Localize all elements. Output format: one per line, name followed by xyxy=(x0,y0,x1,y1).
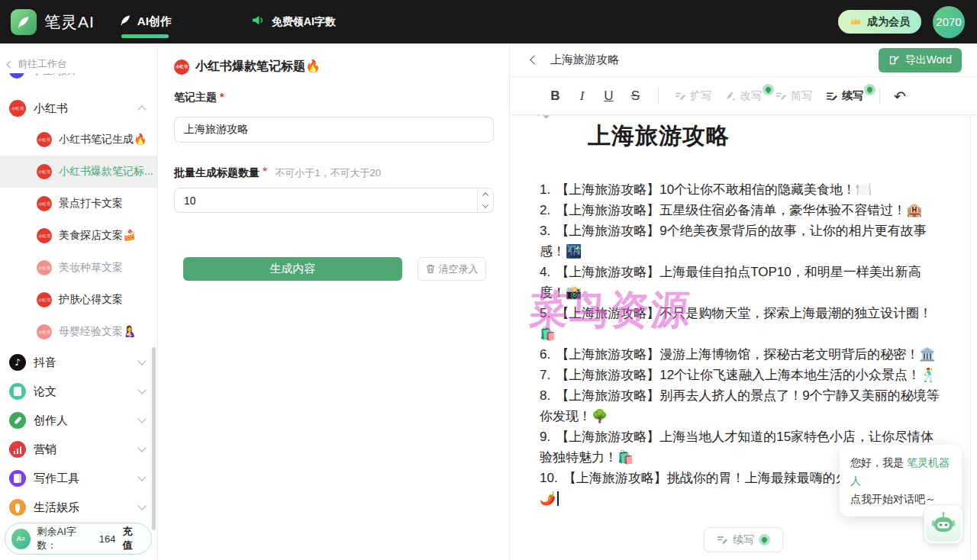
recharge-button[interactable]: 充值 xyxy=(122,525,140,552)
bold-button[interactable]: B xyxy=(542,89,569,104)
underline-button[interactable]: U xyxy=(595,89,622,104)
list-item: 6.【上海旅游攻略】漫游上海博物馆，探秘古老文明背后的秘密！🏛️ xyxy=(540,344,942,365)
xiaohongshu-icon: 小红书 xyxy=(37,324,52,340)
sidebar-item-beauty[interactable]: 小红书 美妆种草文案 xyxy=(0,252,157,284)
sidebar: 前往工作台 学生/教师 小红书 小红书 小红书 小红书笔记生成🔥 小红书 小红书… xyxy=(0,43,158,560)
spinner-up-icon[interactable] xyxy=(478,188,493,201)
topic-input[interactable] xyxy=(174,117,494,143)
ai-continue-button[interactable]: 续写 xyxy=(819,89,870,103)
pen-icon xyxy=(675,90,686,101)
top-navbar: 笔灵AI AI创作 免费领AI字数 成为会员 2070 xyxy=(0,0,977,43)
document-icon xyxy=(9,383,26,400)
trash-icon xyxy=(426,264,435,274)
hand-badge-icon xyxy=(759,534,770,546)
ai-simplify-button[interactable]: 简写 xyxy=(769,89,819,103)
editor-scrollbar-track[interactable] xyxy=(970,115,977,560)
logo-text: 笔灵AI xyxy=(44,11,95,33)
count-hint: 不可小于1，不可大于20 xyxy=(275,166,381,180)
spinner-down-icon[interactable] xyxy=(478,201,493,213)
xiaohongshu-icon: 小红书 xyxy=(37,196,52,211)
count-input[interactable] xyxy=(175,188,477,212)
chevron-down-icon xyxy=(137,414,146,423)
editor-panel: 上海旅游攻略 导出Word B I U S 扩写 改写 简写 xyxy=(510,43,977,560)
credits-value: 164 xyxy=(99,533,116,545)
sidebar-item-note-generate[interactable]: 小红书 小红书笔记生成🔥 xyxy=(0,124,157,156)
ai-expand-button[interactable]: 扩写 xyxy=(668,89,718,103)
xiaohongshu-icon: 小红书 xyxy=(37,228,52,243)
strikethrough-button[interactable]: S xyxy=(622,89,649,104)
required-mark: * xyxy=(220,91,224,103)
credits-icon: A≡ xyxy=(11,529,31,549)
sidebar-group-entertainment[interactable]: 生活娱乐 xyxy=(0,493,157,522)
chevron-down-icon xyxy=(137,443,146,452)
toolbar-divider xyxy=(879,88,880,105)
chevron-up-icon xyxy=(137,105,146,114)
category-icon xyxy=(9,73,24,79)
go-workspace-link[interactable]: 前往工作台 xyxy=(8,57,157,71)
xiaohongshu-icon: 小红书 xyxy=(37,164,52,179)
sidebar-group-thesis[interactable]: 论文 xyxy=(0,377,157,406)
pen-icon xyxy=(775,90,787,101)
sidebar-group-writing-tools[interactable]: 写作工具 xyxy=(0,464,157,493)
active-tab-underline xyxy=(121,34,169,38)
editor-toolbar: B I U S 扩写 改写 简写 续写 xyxy=(510,77,977,115)
book-icon xyxy=(9,470,26,487)
chevron-down-icon xyxy=(137,385,146,394)
list-item: 8.【上海旅游攻略】别再去人挤人的景点了！9个宁静又美丽的秘境等你发现！🌳 xyxy=(540,385,942,426)
sidebar-group-xiaohongshu[interactable]: 小红书 小红书 xyxy=(0,93,157,124)
clear-button[interactable]: 清空录入 xyxy=(418,257,486,281)
italic-button[interactable]: I xyxy=(569,89,595,104)
xiaohongshu-icon: 小红书 xyxy=(37,132,52,147)
undo-icon[interactable]: ↶ xyxy=(894,88,906,105)
back-chevron-icon xyxy=(7,60,15,68)
sidebar-item-clipped[interactable]: 学生/教师 xyxy=(9,73,157,85)
sidebar-item-skincare[interactable]: 小红书 护肤心得文案 xyxy=(0,284,157,316)
bar-chart-icon xyxy=(9,441,26,458)
chatbot-launcher[interactable] xyxy=(924,505,962,543)
crown-icon xyxy=(850,15,862,29)
chevron-down-icon xyxy=(137,356,146,365)
tool-title: 小红书 小红书爆款笔记标题🔥 xyxy=(174,59,321,75)
xiaohongshu-icon: 小红书 xyxy=(9,100,26,117)
content-title: 上海旅游攻略 xyxy=(588,121,730,152)
robot-icon xyxy=(930,510,957,538)
generate-button[interactable]: 生成内容 xyxy=(183,257,402,281)
sidebar-item-food-review[interactable]: 小红书 美食探店文案🍰 xyxy=(0,220,157,252)
xiaohongshu-icon: 小红书 xyxy=(174,60,189,75)
document-header: 上海旅游攻略 导出Word xyxy=(510,43,977,77)
sidebar-item-scenic-checkin[interactable]: 小红书 景点打卡文案 xyxy=(0,188,157,220)
nav-ai-create[interactable]: AI创作 xyxy=(119,0,172,43)
count-stepper xyxy=(174,188,494,213)
pen-icon xyxy=(725,90,737,101)
ai-rewrite-button[interactable]: 改写 xyxy=(718,89,769,103)
pen-icon xyxy=(9,412,26,429)
become-member-button[interactable]: 成为会员 xyxy=(838,10,921,34)
sidebar-group-creator[interactable]: 创作人 xyxy=(0,406,157,435)
document-body[interactable]: ↷ 上海旅游攻略 1.【上海旅游攻略】10个让你不敢相信的隐藏美食地！🍽️ 2.… xyxy=(510,115,977,560)
feather-logo-icon xyxy=(11,9,37,35)
feather-icon xyxy=(119,14,132,30)
sidebar-item-maternity[interactable]: 小红书 母婴经验文案🤱 xyxy=(0,316,157,348)
export-icon xyxy=(888,54,900,66)
app-logo[interactable]: 笔灵AI xyxy=(11,9,95,35)
free-credits-link[interactable]: 免费领AI字数 xyxy=(251,13,336,31)
app-window: 笔灵AI AI创作 免费领AI字数 成为会员 2070 前往工作台 xyxy=(0,0,977,560)
continue-writing-button[interactable]: 续写 xyxy=(704,527,783,552)
export-word-button[interactable]: 导出Word xyxy=(879,48,962,72)
list-item: 2.【上海旅游攻略】五星级住宿必备清单，豪华体验不容错过！🏨 xyxy=(540,200,942,220)
sidebar-scrollbar[interactable] xyxy=(152,347,156,530)
user-avatar[interactable]: 2070 xyxy=(933,6,965,38)
count-label-row: 批量生成标题数量* 不可小于1，不可大于20 xyxy=(174,166,381,180)
sidebar-group-marketing[interactable]: 营销 xyxy=(0,435,157,464)
pen-icon xyxy=(717,534,728,546)
redo-icon: ↷ xyxy=(537,115,550,124)
back-icon[interactable] xyxy=(530,55,540,65)
list-item: 4.【上海旅游攻略】上海最佳自拍点TOP10，和明星一样美出新高度！📸 xyxy=(540,262,942,303)
list-item: 5.【上海旅游攻略】不只是购物天堂，探索上海最潮的独立设计圈！🛍️ xyxy=(540,303,942,344)
generator-form-panel: 小红书 小红书爆款笔记标题🔥 笔记主题* 批量生成标题数量* 不可小于1，不可大… xyxy=(159,43,510,560)
douyin-icon: ♪ xyxy=(9,354,26,371)
sidebar-group-douyin[interactable]: ♪ 抖音 xyxy=(0,348,157,377)
sidebar-item-hot-titles[interactable]: 小红书 小红书爆款笔记标... xyxy=(0,156,157,188)
pen-icon xyxy=(826,90,838,102)
megaphone-icon xyxy=(251,13,266,31)
